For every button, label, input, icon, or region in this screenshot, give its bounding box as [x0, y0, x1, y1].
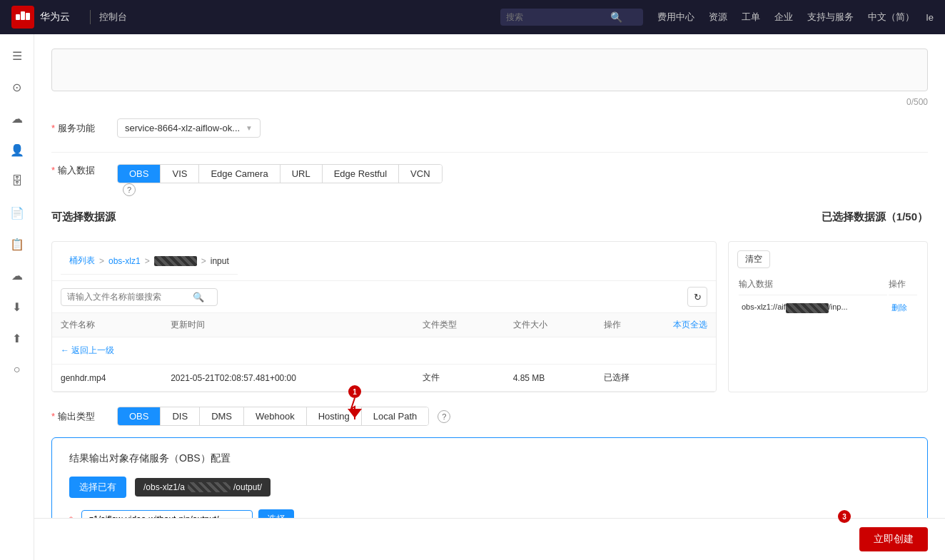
service-function-label: *服务功能: [51, 122, 108, 135]
create-button[interactable]: 立即创建: [859, 527, 928, 551]
col-file-type: 文件类型: [414, 313, 505, 337]
svg-marker-3: [348, 409, 362, 418]
clear-button[interactable]: 清空: [737, 250, 770, 268]
panel-title: 可选择数据源: [51, 210, 116, 224]
selected-table: 输入数据 操作 obs-xlz1://aif /inp... 删除: [737, 277, 919, 320]
search-input[interactable]: [506, 12, 606, 22]
svg-rect-1: [21, 11, 25, 20]
sidebar-doc-icon[interactable]: 📋: [4, 231, 30, 257]
required-mark2: *: [51, 165, 55, 175]
sidebar-file-icon[interactable]: 📄: [4, 200, 30, 225]
file-size-cell: 4.85 MB: [505, 365, 595, 392]
tab-dms-output[interactable]: DMS: [200, 407, 244, 425]
selected-panel-title: 已选择数据源（1/50）: [822, 210, 928, 224]
selected-panel: 清空 输入数据 操作 obs-xlz1://aif: [728, 241, 928, 392]
annotation-badge-3: 3: [838, 510, 851, 523]
sidebar-user-icon[interactable]: 👤: [4, 137, 30, 163]
table-header-row: 文件名称 更新时间 文件类型 文件大小 操作 本页全选: [52, 313, 716, 337]
user-area[interactable]: Ie: [926, 12, 934, 23]
output-type-label: *输出类型: [51, 410, 108, 423]
nav-item-ticket[interactable]: 工单: [742, 11, 760, 24]
service-function-select[interactable]: service-8664-xlz-aiflow-ok... ▼: [117, 118, 261, 138]
tab-webhook-output[interactable]: Webhook: [244, 407, 307, 425]
col-input-data: 输入数据: [739, 278, 887, 295]
sidebar-circle-icon[interactable]: ○: [4, 357, 30, 382]
sidebar-storage-icon[interactable]: 🗄: [4, 168, 30, 194]
file-browser-panel: 桶列表 > obs-xlz1 > > input: [51, 241, 717, 392]
selected-path-redacted: [786, 303, 829, 313]
input-tab-group: OBS VIS Edge Camera URL Edge Restful VCN…: [117, 164, 443, 196]
console-label: 控制台: [99, 11, 127, 24]
tab-vis-input[interactable]: VIS: [161, 165, 199, 183]
tab-localpath-output[interactable]: Local Path: [362, 407, 428, 425]
table-row: genhdr.mp4 2021-05-21T02:08:57.481+00:00…: [52, 365, 716, 392]
config-row: 选择已有 /obs-xlz1/a /output/: [69, 477, 910, 498]
tab-vcn-input[interactable]: VCN: [399, 165, 441, 183]
file-table: 文件名称 更新时间 文件类型 文件大小 操作 本页全选: [52, 313, 716, 392]
col-selected-op: 操作: [889, 278, 917, 295]
file-search-box[interactable]: 🔍: [61, 288, 218, 306]
select-chevron-icon: ▼: [246, 124, 253, 132]
output-help-icon[interactable]: ?: [438, 410, 450, 423]
path-redacted: [188, 482, 231, 492]
top-navigation: 华为云 控制台 🔍 费用中心 资源 工单 企业 支持与服务 中文（简） Ie: [0, 0, 945, 34]
description-textarea[interactable]: [51, 49, 928, 91]
breadcrumb-redacted: [154, 256, 197, 266]
file-search-row: 🔍 ↻: [52, 281, 716, 313]
search-box[interactable]: 🔍: [500, 9, 643, 26]
delete-link[interactable]: 删除: [891, 303, 907, 312]
output-type-row: *输出类型 OBS DIS DMS Webhook Hosting Local …: [51, 407, 928, 426]
nav-items: 费用中心 资源 工单 企业 支持与服务 中文（简）: [657, 11, 914, 24]
selected-delete-cell: 删除: [889, 297, 917, 319]
output-tabs: OBS DIS DMS Webhook Hosting Local Path: [117, 407, 429, 426]
nav-item-resource[interactable]: 资源: [709, 11, 727, 24]
col-operation: 操作 本页全选: [595, 313, 716, 337]
nav-item-fee[interactable]: 费用中心: [657, 11, 694, 24]
back-link-cell: ← 返回上一级: [52, 337, 716, 365]
data-source-header: 可选择数据源 已选择数据源（1/50）: [51, 210, 928, 233]
sidebar-upload-icon[interactable]: ⬆: [4, 325, 30, 351]
svg-rect-2: [26, 13, 30, 20]
svg-rect-0: [16, 14, 20, 20]
logo: 华为云: [11, 6, 70, 29]
tab-edge-restful-input[interactable]: Edge Restful: [323, 165, 399, 183]
annotation-1: 1: [344, 385, 365, 419]
sidebar-cloud2-icon[interactable]: ☁: [4, 263, 30, 288]
bottom-bar: 3 立即创建: [34, 518, 945, 560]
sidebar-home-icon[interactable]: ⊙: [4, 74, 30, 100]
selected-row: obs-xlz1://aif /inp... 删除: [739, 297, 917, 319]
col-update-time: 更新时间: [162, 313, 413, 337]
tab-edge-camera-input[interactable]: Edge Camera: [199, 165, 280, 183]
input-data-label: *输入数据: [51, 164, 108, 177]
data-source-section: 可选择数据源 已选择数据源（1/50） 桶列表 > obs-xlz1 >: [51, 210, 928, 392]
sidebar-menu-icon[interactable]: ☰: [4, 43, 30, 68]
sidebar-download-icon[interactable]: ⬇: [4, 294, 30, 320]
tab-obs-output[interactable]: OBS: [118, 407, 161, 425]
required-mark3: *: [51, 411, 55, 422]
tab-url-input[interactable]: URL: [281, 165, 323, 183]
choose-existing-button[interactable]: 选择已有: [69, 477, 126, 498]
select-all-link[interactable]: 本页全选: [673, 319, 707, 331]
annotation-badge-1: 1: [348, 385, 361, 398]
file-search-input[interactable]: [67, 292, 188, 302]
input-tabs: OBS VIS Edge Camera URL Edge Restful VCN: [117, 164, 443, 183]
sidebar-cloud-icon[interactable]: ☁: [4, 106, 30, 131]
required-mark: *: [51, 123, 55, 133]
input-help-icon[interactable]: ?: [123, 183, 136, 196]
nav-item-support[interactable]: 支持与服务: [807, 11, 854, 24]
breadcrumb-bucket-list[interactable]: 桶列表: [69, 255, 95, 267]
nav-item-lang[interactable]: 中文（简）: [868, 11, 914, 24]
back-link[interactable]: ← 返回上一级: [61, 345, 114, 355]
tab-dis-output[interactable]: DIS: [161, 407, 200, 425]
table-row-back: ← 返回上一级: [52, 337, 716, 365]
col-file-size: 文件大小: [505, 313, 595, 337]
breadcrumb-bucket[interactable]: obs-xlz1: [108, 256, 141, 266]
refresh-button[interactable]: ↻: [687, 287, 707, 307]
nav-item-enterprise[interactable]: 企业: [774, 11, 793, 24]
file-status-cell: 已选择: [595, 365, 716, 392]
obs-config-title: 结果输出对象存储服务（OBS）配置: [69, 452, 910, 465]
arrow-1-icon: [344, 398, 365, 419]
search-icon: 🔍: [610, 11, 622, 23]
tab-obs-input[interactable]: OBS: [118, 165, 161, 183]
service-function-value: service-8664-xlz-aiflow-ok...: [125, 123, 240, 133]
